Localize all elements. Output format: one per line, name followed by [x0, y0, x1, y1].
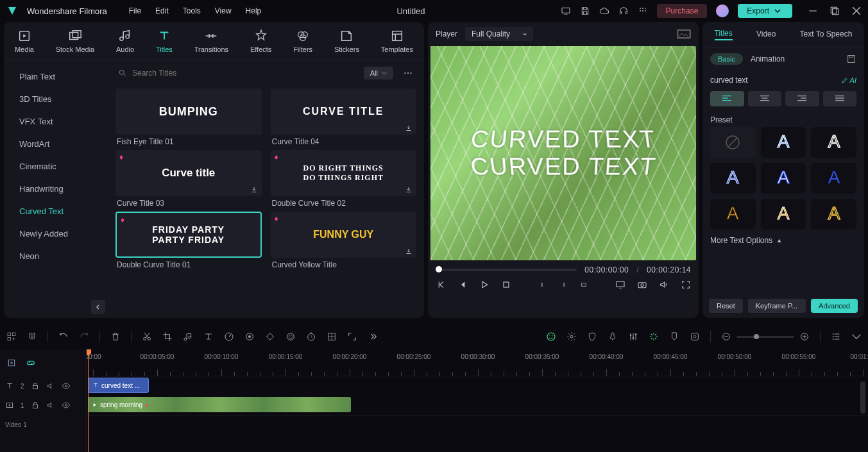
- ai-face-icon[interactable]: [546, 331, 556, 342]
- mic-icon[interactable]: [608, 331, 618, 342]
- subtab-animation[interactable]: Animation: [751, 54, 785, 63]
- mixer-icon[interactable]: [628, 331, 638, 342]
- add-track-icon[interactable]: [6, 331, 17, 342]
- link-icon[interactable]: [26, 358, 36, 368]
- more-tools-icon[interactable]: [368, 331, 378, 342]
- zoom-out-icon[interactable]: [721, 331, 731, 342]
- menu-help[interactable]: Help: [246, 6, 262, 15]
- keyframe-icon[interactable]: [265, 331, 275, 342]
- expand-icon[interactable]: [347, 331, 357, 342]
- preset-6[interactable]: A: [710, 199, 756, 230]
- preset-8[interactable]: A: [811, 199, 856, 230]
- purchase-button[interactable]: Purchase: [657, 4, 708, 18]
- title-card[interactable]: BUMPING Fish Eye Title 01: [115, 88, 262, 146]
- magnet-icon[interactable]: [27, 331, 37, 342]
- align-left[interactable]: [710, 91, 744, 106]
- timeline-ruler[interactable]: 00:0000:00:05:0000:00:10:0000:00:15:0000…: [87, 349, 868, 376]
- title-card[interactable]: ♦Curve title Curve Title 03: [115, 150, 262, 208]
- mute-icon[interactable]: [46, 401, 55, 410]
- export-button[interactable]: Export: [738, 4, 792, 18]
- headphones-icon[interactable]: [618, 6, 629, 16]
- video-track[interactable]: spring morning ♦: [87, 396, 868, 415]
- title-track-icon[interactable]: [5, 381, 14, 390]
- title-card[interactable]: ♦FRIDAY PARTYPARTY FRIDAY Double Curve T…: [115, 212, 262, 269]
- tab-audio[interactable]: Audio: [116, 29, 134, 53]
- lock-icon[interactable]: [31, 401, 40, 410]
- align-justify[interactable]: [823, 91, 857, 106]
- playhead[interactable]: [88, 349, 89, 452]
- tab-effects[interactable]: Effects: [250, 29, 271, 53]
- preset-none[interactable]: [710, 127, 756, 158]
- cat-curved-text[interactable]: Curved Text: [4, 200, 110, 222]
- timer-icon[interactable]: [306, 331, 316, 342]
- menu-edit[interactable]: Edit: [155, 6, 169, 15]
- timeline-tracks[interactable]: 00:0000:00:05:0000:00:10:0000:00:15:0000…: [87, 349, 868, 452]
- video-clip[interactable]: spring morning ♦: [88, 397, 351, 412]
- cut-icon[interactable]: [142, 331, 152, 342]
- mask-icon[interactable]: [285, 331, 296, 342]
- advanced-button[interactable]: Advanced: [811, 299, 858, 313]
- download-icon[interactable]: [405, 186, 413, 194]
- tab-transitions[interactable]: Transitions: [194, 29, 228, 53]
- undo-icon[interactable]: [58, 331, 69, 342]
- play-icon[interactable]: [479, 280, 489, 290]
- tab-stickers[interactable]: Stickers: [334, 29, 359, 53]
- prev-frame-icon[interactable]: [436, 280, 446, 290]
- tab-filters[interactable]: Filters: [293, 29, 312, 53]
- timeline-scrollbar[interactable]: [860, 349, 867, 452]
- preset-save-icon[interactable]: [846, 54, 856, 64]
- step-back-icon[interactable]: [457, 280, 468, 290]
- palette-icon[interactable]: [690, 331, 700, 342]
- mark-in-icon[interactable]: [540, 280, 546, 290]
- preview-viewport[interactable]: CURVED TEXT CURVED TEXT: [430, 46, 696, 260]
- preset-7[interactable]: A: [761, 199, 806, 230]
- mark-out-icon[interactable]: [560, 280, 566, 290]
- download-icon[interactable]: [405, 247, 413, 255]
- device-icon[interactable]: [561, 6, 571, 16]
- eye-icon[interactable]: [62, 401, 71, 410]
- maximize-icon[interactable]: [830, 6, 840, 16]
- save-icon[interactable]: [580, 6, 590, 16]
- zoom-in-icon[interactable]: [799, 331, 810, 342]
- add-layer-icon[interactable]: [6, 358, 17, 368]
- eye-icon[interactable]: [62, 381, 71, 390]
- cat-wordart[interactable]: WordArt: [4, 133, 110, 155]
- chevron-down-icon[interactable]: [851, 331, 862, 342]
- reset-button[interactable]: Reset: [709, 299, 743, 313]
- rtab-tts[interactable]: Text To Speech: [800, 29, 853, 40]
- cat-plain-text[interactable]: Plain Text: [4, 65, 110, 88]
- title-track[interactable]: curved text ...: [87, 376, 868, 396]
- minimize-icon[interactable]: [808, 6, 818, 16]
- cat-3d-titles[interactable]: 3D Titles: [4, 88, 110, 110]
- cat-neon[interactable]: Neon: [4, 245, 110, 267]
- color-icon[interactable]: [244, 331, 255, 342]
- tab-templates[interactable]: Templates: [381, 29, 413, 53]
- menu-file[interactable]: File: [129, 6, 141, 15]
- subtab-basic[interactable]: Basic: [710, 53, 743, 65]
- title-card[interactable]: ♦DO RIGHT THINGSDO THINGS RIGHT Double C…: [271, 150, 417, 208]
- filter-dropdown[interactable]: All: [364, 67, 393, 80]
- stop-icon[interactable]: [501, 280, 511, 290]
- zoom-slider[interactable]: [736, 336, 794, 338]
- ai-edit-button[interactable]: AI: [841, 76, 856, 84]
- speed-icon[interactable]: [224, 331, 234, 342]
- tab-media[interactable]: Media: [15, 29, 34, 53]
- apps-icon[interactable]: [638, 6, 648, 16]
- aspect-icon[interactable]: [581, 280, 587, 290]
- collapse-sidebar-button[interactable]: [91, 300, 105, 314]
- quality-select[interactable]: Full Quality: [465, 27, 533, 41]
- cat-vfx-text[interactable]: VFX Text: [4, 110, 110, 133]
- view-mode-icon[interactable]: [831, 331, 841, 342]
- marker-icon[interactable]: [669, 331, 679, 342]
- more-text-options[interactable]: More Text Options ▲: [702, 230, 864, 251]
- cloud-icon[interactable]: [599, 6, 609, 16]
- rtab-video[interactable]: Video: [756, 29, 776, 40]
- volume-icon[interactable]: [659, 280, 669, 290]
- align-right[interactable]: [785, 91, 819, 106]
- title-card[interactable]: CURVE TITLE Curve Title 04: [271, 88, 417, 146]
- fullscreen-icon[interactable]: [681, 280, 691, 290]
- download-icon[interactable]: [405, 124, 413, 132]
- video-track-icon[interactable]: [5, 401, 14, 410]
- display-icon[interactable]: [615, 280, 625, 290]
- menu-tools[interactable]: Tools: [183, 6, 201, 15]
